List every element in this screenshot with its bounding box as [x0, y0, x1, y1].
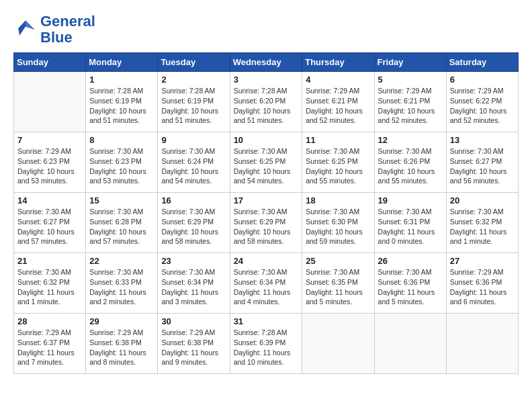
day-info: Sunrise: 7:29 AMSunset: 6:36 PMDaylight:… — [450, 267, 515, 307]
day-info: Sunrise: 7:30 AMSunset: 6:34 PMDaylight:… — [161, 267, 226, 307]
day-number: 4 — [306, 75, 370, 85]
day-number: 19 — [378, 195, 443, 205]
page-header: General Blue — [13, 13, 519, 46]
day-info: Sunrise: 7:28 AMSunset: 6:39 PMDaylight:… — [234, 328, 299, 367]
calendar-cell: 6Sunrise: 7:29 AMSunset: 6:22 PMDaylight… — [446, 72, 518, 132]
day-number: 13 — [450, 135, 515, 145]
day-number: 20 — [450, 195, 515, 205]
day-number: 17 — [234, 195, 299, 205]
calendar-cell: 30Sunrise: 7:29 AMSunset: 6:38 PMDayligh… — [158, 314, 230, 374]
calendar-cell: 2Sunrise: 7:28 AMSunset: 6:19 PMDaylight… — [158, 72, 230, 132]
day-info: Sunrise: 7:30 AMSunset: 6:32 PMDaylight:… — [17, 267, 82, 307]
calendar-cell: 23Sunrise: 7:30 AMSunset: 6:34 PMDayligh… — [158, 253, 230, 314]
day-number: 10 — [234, 135, 299, 145]
day-info: Sunrise: 7:29 AMSunset: 6:23 PMDaylight:… — [17, 146, 82, 186]
day-number: 29 — [89, 316, 154, 326]
day-number: 24 — [234, 256, 299, 266]
day-info: Sunrise: 7:30 AMSunset: 6:32 PMDaylight:… — [450, 207, 515, 246]
day-info: Sunrise: 7:30 AMSunset: 6:24 PMDaylight:… — [161, 146, 226, 186]
day-number: 23 — [161, 256, 226, 266]
calendar-cell: 21Sunrise: 7:30 AMSunset: 6:32 PMDayligh… — [14, 253, 86, 314]
day-info: Sunrise: 7:30 AMSunset: 6:28 PMDaylight:… — [89, 207, 154, 246]
calendar-week-row: 14Sunrise: 7:30 AMSunset: 6:27 PMDayligh… — [14, 193, 519, 253]
day-info: Sunrise: 7:30 AMSunset: 6:33 PMDaylight:… — [89, 267, 154, 307]
calendar-cell: 29Sunrise: 7:29 AMSunset: 6:38 PMDayligh… — [86, 314, 158, 374]
day-info: Sunrise: 7:30 AMSunset: 6:30 PMDaylight:… — [306, 207, 370, 246]
day-number: 15 — [89, 195, 154, 205]
day-number: 25 — [306, 256, 370, 266]
calendar-cell — [14, 72, 86, 132]
day-info: Sunrise: 7:28 AMSunset: 6:19 PMDaylight:… — [89, 86, 154, 126]
day-number: 21 — [17, 256, 82, 266]
day-number: 18 — [306, 195, 370, 205]
day-info: Sunrise: 7:29 AMSunset: 6:38 PMDaylight:… — [161, 328, 226, 367]
day-info: Sunrise: 7:29 AMSunset: 6:37 PMDaylight:… — [17, 328, 82, 367]
day-number: 6 — [450, 75, 515, 85]
day-info: Sunrise: 7:28 AMSunset: 6:20 PMDaylight:… — [234, 86, 299, 126]
calendar-cell: 11Sunrise: 7:30 AMSunset: 6:25 PMDayligh… — [302, 132, 374, 193]
calendar-cell: 26Sunrise: 7:30 AMSunset: 6:36 PMDayligh… — [374, 253, 446, 314]
logo: General Blue — [13, 13, 95, 46]
day-number: 5 — [378, 75, 443, 85]
day-number: 22 — [89, 256, 154, 266]
day-info: Sunrise: 7:30 AMSunset: 6:34 PMDaylight:… — [234, 267, 299, 307]
calendar-cell: 18Sunrise: 7:30 AMSunset: 6:30 PMDayligh… — [302, 193, 374, 253]
calendar-cell: 28Sunrise: 7:29 AMSunset: 6:37 PMDayligh… — [14, 314, 86, 374]
svg-marker-1 — [26, 21, 35, 30]
calendar-week-row: 7Sunrise: 7:29 AMSunset: 6:23 PMDaylight… — [14, 132, 519, 193]
day-info: Sunrise: 7:30 AMSunset: 6:27 PMDaylight:… — [450, 146, 515, 186]
day-info: Sunrise: 7:30 AMSunset: 6:35 PMDaylight:… — [306, 267, 370, 307]
calendar-cell — [446, 314, 518, 374]
weekday-header: Friday — [374, 53, 446, 72]
calendar-cell: 20Sunrise: 7:30 AMSunset: 6:32 PMDayligh… — [446, 193, 518, 253]
weekday-header: Monday — [86, 53, 158, 72]
day-number: 9 — [161, 135, 226, 145]
calendar-cell: 22Sunrise: 7:30 AMSunset: 6:33 PMDayligh… — [86, 253, 158, 314]
calendar-cell: 7Sunrise: 7:29 AMSunset: 6:23 PMDaylight… — [14, 132, 86, 193]
logo-text: General Blue — [40, 13, 95, 46]
calendar-cell: 14Sunrise: 7:30 AMSunset: 6:27 PMDayligh… — [14, 193, 86, 253]
day-info: Sunrise: 7:30 AMSunset: 6:25 PMDaylight:… — [234, 146, 299, 186]
calendar-cell: 3Sunrise: 7:28 AMSunset: 6:20 PMDaylight… — [230, 72, 302, 132]
day-number: 31 — [234, 316, 299, 326]
day-number: 26 — [378, 256, 443, 266]
calendar-cell: 31Sunrise: 7:28 AMSunset: 6:39 PMDayligh… — [230, 314, 302, 374]
day-number: 8 — [89, 135, 154, 145]
weekday-header-row: SundayMondayTuesdayWednesdayThursdayFrid… — [14, 53, 519, 72]
calendar-cell: 9Sunrise: 7:30 AMSunset: 6:24 PMDaylight… — [158, 132, 230, 193]
day-number: 16 — [161, 195, 226, 205]
day-number: 2 — [161, 75, 226, 85]
calendar-cell: 10Sunrise: 7:30 AMSunset: 6:25 PMDayligh… — [230, 132, 302, 193]
calendar-cell: 24Sunrise: 7:30 AMSunset: 6:34 PMDayligh… — [230, 253, 302, 314]
calendar-cell: 13Sunrise: 7:30 AMSunset: 6:27 PMDayligh… — [446, 132, 518, 193]
calendar-cell: 15Sunrise: 7:30 AMSunset: 6:28 PMDayligh… — [86, 193, 158, 253]
weekday-header: Saturday — [446, 53, 518, 72]
calendar-cell: 8Sunrise: 7:30 AMSunset: 6:23 PMDaylight… — [86, 132, 158, 193]
day-number: 30 — [161, 316, 226, 326]
weekday-header: Wednesday — [230, 53, 302, 72]
day-info: Sunrise: 7:30 AMSunset: 6:26 PMDaylight:… — [378, 146, 443, 186]
calendar-cell: 12Sunrise: 7:30 AMSunset: 6:26 PMDayligh… — [374, 132, 446, 193]
calendar-cell: 4Sunrise: 7:29 AMSunset: 6:21 PMDaylight… — [302, 72, 374, 132]
day-number: 28 — [17, 316, 82, 326]
day-info: Sunrise: 7:30 AMSunset: 6:23 PMDaylight:… — [89, 146, 154, 186]
day-info: Sunrise: 7:30 AMSunset: 6:29 PMDaylight:… — [161, 207, 226, 246]
day-info: Sunrise: 7:30 AMSunset: 6:25 PMDaylight:… — [306, 146, 370, 186]
day-info: Sunrise: 7:29 AMSunset: 6:38 PMDaylight:… — [89, 328, 154, 367]
weekday-header: Thursday — [302, 53, 374, 72]
day-number: 14 — [17, 195, 82, 205]
day-number: 1 — [89, 75, 154, 85]
weekday-header: Tuesday — [158, 53, 230, 72]
weekday-header: Sunday — [14, 53, 86, 72]
calendar-cell — [302, 314, 374, 374]
calendar-table: SundayMondayTuesdayWednesdayThursdayFrid… — [13, 52, 519, 374]
day-number: 3 — [234, 75, 299, 85]
calendar-cell: 17Sunrise: 7:30 AMSunset: 6:29 PMDayligh… — [230, 193, 302, 253]
calendar-week-row: 28Sunrise: 7:29 AMSunset: 6:37 PMDayligh… — [14, 314, 519, 374]
day-number: 7 — [17, 135, 82, 145]
day-info: Sunrise: 7:30 AMSunset: 6:29 PMDaylight:… — [234, 207, 299, 246]
day-number: 27 — [450, 256, 515, 266]
day-info: Sunrise: 7:30 AMSunset: 6:27 PMDaylight:… — [17, 207, 82, 246]
calendar-cell — [374, 314, 446, 374]
calendar-cell: 16Sunrise: 7:30 AMSunset: 6:29 PMDayligh… — [158, 193, 230, 253]
